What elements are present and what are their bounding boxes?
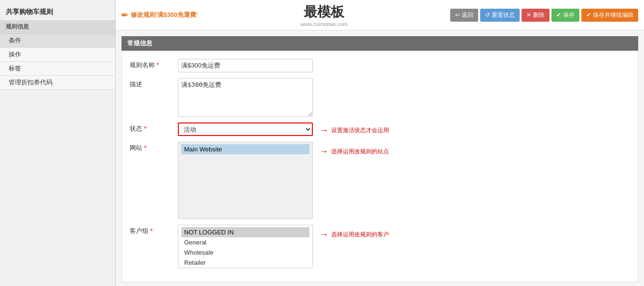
- customer-hint: → 选择运用改规则的客户: [320, 230, 389, 240]
- customer-group-label: 客户组 *: [130, 225, 178, 235]
- reset-icon: ↺: [485, 12, 490, 18]
- required-star: *: [157, 61, 159, 68]
- page-subtitle: 修改规则'满$300免運費': [131, 11, 198, 19]
- description-control: [178, 78, 630, 117]
- status-required-star: *: [144, 125, 147, 132]
- status-hint: → 设置激活状态才会运用: [320, 125, 389, 136]
- customer-group-row: 客户组 * NOT LOGGED IN General Wholesale Re…: [130, 225, 630, 268]
- sidebar-item-coupon-codes[interactable]: 管理折扣券代码: [0, 76, 115, 90]
- logo-area: 最模板 www.zuimoban.com: [198, 3, 450, 27]
- description-row: 描述: [130, 78, 630, 117]
- rule-name-control: [178, 59, 630, 72]
- customer-option-general[interactable]: General: [181, 237, 309, 247]
- save-continue-button[interactable]: ✔ 保存并继续编辑: [581, 9, 638, 22]
- website-arrow-icon: →: [320, 147, 328, 157]
- save-button[interactable]: ✔ 保存: [551, 9, 579, 22]
- website-control: Main Website → 选择运用改规则的站点: [178, 142, 630, 219]
- reset-button[interactable]: ↺ 重置状态: [480, 9, 520, 22]
- save-continue-icon: ✔: [586, 12, 591, 18]
- website-hint: → 选择运用改规则的站点: [320, 147, 389, 157]
- sidebar: 共享购物车规则 规则信息 条件 操作 标签 管理折扣券代码: [0, 0, 116, 286]
- back-button[interactable]: ↩ 返回: [450, 9, 478, 22]
- customer-hint-col: → 选择运用改规则的客户: [317, 228, 389, 240]
- top-bar-buttons: ↩ 返回 ↺ 重置状态 ✕ 删除 ✔ 保存 ✔ 保存并继续编辑: [450, 9, 638, 22]
- customer-option-retailer[interactable]: Retailer: [181, 258, 309, 268]
- content-area: 常规信息 规则名称 * 描述: [116, 30, 644, 286]
- customer-group-listbox[interactable]: NOT LOGGED IN General Wholesale Retailer: [178, 225, 313, 268]
- customer-group-control: NOT LOGGED IN General Wholesale Retailer…: [178, 225, 630, 268]
- website-row: 网站 * Main Website → 选择运用改规则的站点: [130, 142, 630, 219]
- sidebar-title: 共享购物车规则: [0, 5, 115, 20]
- back-icon: ↩: [455, 12, 460, 18]
- main-content: ✏ 修改规则'满$300免運費' 最模板 www.zuimoban.com ↩ …: [116, 0, 644, 286]
- top-bar-left: ✏ 修改规则'满$300免運費': [121, 11, 198, 20]
- logo-title: 最模板: [304, 4, 344, 19]
- status-row: 状态 * 活动 不活动 → 设置激活状态才会运用: [130, 123, 630, 136]
- customer-required-star: *: [150, 227, 153, 234]
- save-icon: ✔: [556, 12, 561, 18]
- status-label: 状态 *: [130, 123, 178, 133]
- website-label: 网站 *: [130, 142, 178, 152]
- rule-name-label: 规则名称 *: [130, 59, 178, 69]
- website-hint-col: → 选择运用改规则的站点: [317, 145, 389, 157]
- website-option-main[interactable]: Main Website: [181, 144, 309, 154]
- delete-button[interactable]: ✕ 删除: [522, 9, 550, 22]
- customer-option-wholesale[interactable]: Wholesale: [181, 247, 309, 258]
- delete-icon: ✕: [526, 12, 531, 18]
- section-header: 常规信息: [121, 36, 638, 51]
- sidebar-item-labels[interactable]: 标签: [0, 62, 115, 76]
- status-hint-col: → 设置激活状态才会运用: [317, 123, 389, 136]
- customer-arrow-icon: →: [320, 230, 328, 240]
- top-bar: ✏ 修改规则'满$300免運費' 最模板 www.zuimoban.com ↩ …: [116, 0, 644, 30]
- form-section: 规则名称 * 描述 状态: [121, 51, 638, 282]
- sidebar-item-actions[interactable]: 操作: [0, 48, 115, 62]
- edit-icon: ✏: [121, 11, 128, 20]
- description-label: 描述: [130, 78, 178, 89]
- rule-name-row: 规则名称 *: [130, 59, 630, 72]
- status-control: 活动 不活动 → 设置激活状态才会运用: [178, 123, 630, 136]
- status-select[interactable]: 活动 不活动: [178, 123, 313, 136]
- rule-name-input[interactable]: [178, 59, 313, 72]
- status-arrow-icon: →: [320, 125, 328, 136]
- logo-subtitle: www.zuimoban.com: [198, 21, 450, 27]
- customer-option-not-logged-in[interactable]: NOT LOGGED IN: [181, 227, 309, 237]
- website-listbox[interactable]: Main Website: [178, 142, 313, 219]
- website-required-star: *: [144, 144, 147, 151]
- sidebar-item-conditions[interactable]: 条件: [0, 34, 115, 48]
- description-input[interactable]: [178, 78, 313, 117]
- sidebar-section-title: 规则信息: [0, 20, 115, 34]
